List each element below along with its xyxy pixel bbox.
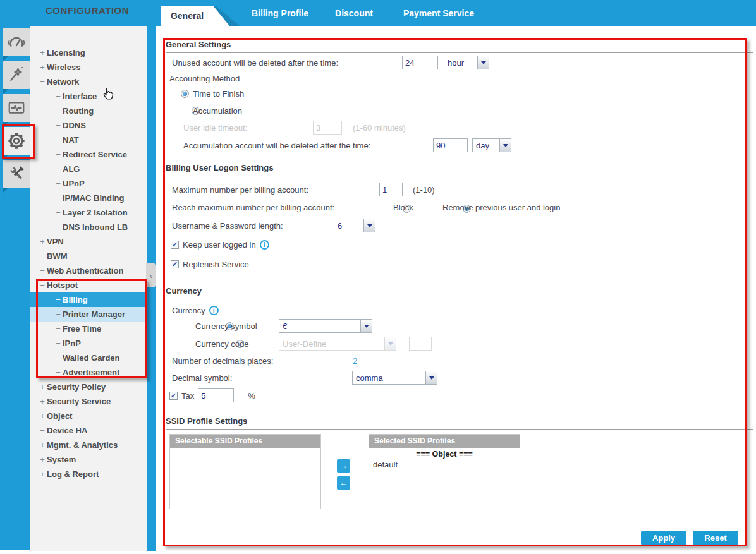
tree-toggle-icon[interactable]: − xyxy=(38,77,47,87)
sidebar-item[interactable]: − Layer 2 Isolation xyxy=(30,205,147,220)
tree-toggle-icon[interactable]: + xyxy=(38,63,47,72)
info-icon[interactable]: i xyxy=(209,306,219,315)
sidebar-item[interactable]: − Free Time xyxy=(30,322,147,336)
sidebar-item[interactable]: + Wireless xyxy=(30,60,147,75)
sidebar-item[interactable]: + Security Policy xyxy=(30,380,147,394)
sidebar-item[interactable]: + Log & Report xyxy=(30,467,147,481)
tree-toggle-icon[interactable]: + xyxy=(38,48,47,57)
replenish-checkbox[interactable]: ✓ xyxy=(171,260,179,268)
unused-unit-select[interactable]: hour xyxy=(444,56,489,69)
tab-discount[interactable]: Discount xyxy=(329,0,379,26)
time-to-finish-radio[interactable] xyxy=(181,90,189,98)
sidebar-item[interactable]: + System xyxy=(30,452,147,467)
sidebar-collapse-handle[interactable]: ‹ xyxy=(146,263,156,287)
tree-toggle-icon[interactable]: + xyxy=(38,397,47,406)
tree-toggle-icon[interactable]: − xyxy=(54,353,63,363)
sidebar-item[interactable]: − Billing xyxy=(30,292,147,307)
tree-toggle-icon[interactable]: − xyxy=(54,310,63,319)
sidebar-item[interactable]: + Security Service xyxy=(30,394,147,409)
sidebar-item[interactable]: − Hotspot xyxy=(30,278,147,292)
sidebar-item[interactable]: − IP/MAC Binding xyxy=(30,191,147,205)
sidebar-item[interactable]: − Redirect Service xyxy=(30,147,147,162)
remove-previous-label: Remove previous user and login xyxy=(442,203,560,212)
apply-button[interactable]: Apply xyxy=(641,531,686,545)
sidebar-item[interactable]: − DNS Inbound LB xyxy=(30,220,147,234)
sidebar-item-label: VPN xyxy=(47,237,64,246)
move-left-button[interactable]: ← xyxy=(337,476,350,490)
tree-toggle-icon[interactable]: − xyxy=(38,251,47,261)
tree-toggle-icon[interactable]: − xyxy=(54,121,63,130)
tree-toggle-icon[interactable]: − xyxy=(38,266,47,275)
sidebar-item[interactable]: + Mgmt. & Analytics xyxy=(30,438,147,452)
tree-toggle-icon[interactable]: − xyxy=(54,324,63,334)
tree-toggle-icon[interactable]: − xyxy=(54,150,63,159)
chevron-down-icon[interactable] xyxy=(477,56,489,69)
tree-toggle-icon[interactable]: + xyxy=(38,455,47,464)
tree-toggle-icon[interactable]: + xyxy=(38,237,47,246)
nav-dashboard-button[interactable] xyxy=(3,28,30,56)
sidebar-item[interactable]: + Object xyxy=(30,409,147,423)
sidebar-item[interactable]: − Device HA xyxy=(30,423,147,438)
sidebar-item[interactable]: − Interface xyxy=(30,89,147,104)
tree-toggle-icon[interactable]: − xyxy=(54,295,63,304)
tree-toggle-icon[interactable]: − xyxy=(54,179,63,188)
accumulation-label: Accumulation xyxy=(193,106,242,116)
move-right-button[interactable]: → xyxy=(337,459,350,473)
sidebar-item[interactable]: − NAT xyxy=(30,133,147,147)
sidebar-item[interactable]: − DDNS xyxy=(30,118,147,133)
chevron-down-icon[interactable] xyxy=(360,320,372,332)
sidebar-item[interactable]: − Walled Garden xyxy=(30,351,147,365)
sidebar-item[interactable]: − Web Authentication xyxy=(30,263,147,278)
tree-toggle-icon[interactable]: + xyxy=(38,469,47,479)
unused-account-input[interactable] xyxy=(402,56,438,69)
sidebar-item[interactable]: − Network xyxy=(30,75,147,89)
tree-toggle-icon[interactable]: + xyxy=(38,411,47,421)
currency-symbol-select[interactable]: € xyxy=(279,319,372,333)
ssid-list-item[interactable]: default xyxy=(369,459,520,469)
selectable-ssid-listbox[interactable]: Selectable SSID Profiles xyxy=(169,434,321,509)
tree-toggle-icon[interactable]: − xyxy=(54,106,63,116)
keep-logged-in-checkbox[interactable]: ✓ xyxy=(171,241,179,249)
tree-toggle-icon[interactable]: − xyxy=(54,222,63,232)
chevron-down-icon[interactable] xyxy=(499,139,511,152)
tree-toggle-icon[interactable]: − xyxy=(38,280,47,290)
tree-toggle-icon[interactable]: + xyxy=(38,440,47,450)
tree-toggle-icon[interactable]: − xyxy=(54,92,63,101)
max-number-input[interactable] xyxy=(379,183,403,196)
nav-monitor-button[interactable] xyxy=(3,94,30,122)
chevron-down-icon[interactable] xyxy=(363,219,375,232)
decimal-symbol-select[interactable]: comma xyxy=(352,371,437,385)
sidebar-item[interactable]: − UPnP xyxy=(30,176,147,191)
tax-input[interactable] xyxy=(198,388,234,402)
sidebar-item-label: Routing xyxy=(63,106,94,116)
sidebar-item[interactable]: + VPN xyxy=(30,234,147,249)
selected-ssid-listbox[interactable]: Selected SSID Profiles === Object === de… xyxy=(369,434,520,509)
tree-toggle-icon[interactable]: − xyxy=(54,164,63,174)
accumulation-unit-select[interactable]: day xyxy=(472,138,511,152)
accumulation-delete-input[interactable] xyxy=(433,138,468,152)
sidebar-item[interactable]: − Advertisement xyxy=(30,365,147,380)
sidebar-item[interactable]: − Printer Manager xyxy=(30,307,147,322)
tree-toggle-icon[interactable]: − xyxy=(54,208,63,217)
reset-button[interactable]: Reset xyxy=(693,531,738,545)
tree-toggle-icon[interactable]: − xyxy=(54,368,63,377)
sidebar-item[interactable]: + Licensing xyxy=(30,45,147,60)
tree-toggle-icon[interactable]: + xyxy=(38,382,47,392)
nav-maintenance-button[interactable] xyxy=(3,160,30,188)
nav-configuration-button[interactable] xyxy=(3,127,30,155)
tax-checkbox[interactable]: ✓ xyxy=(169,392,178,400)
sidebar-item[interactable]: − Routing xyxy=(30,104,147,118)
tab-billing-profile[interactable]: Billing Profile xyxy=(242,0,318,26)
tab-payment-service[interactable]: Payment Service xyxy=(394,0,483,26)
sidebar-item[interactable]: − IPnP xyxy=(30,336,147,351)
nav-quick-setup-button[interactable] xyxy=(3,61,30,89)
tree-toggle-icon[interactable]: − xyxy=(54,193,63,203)
tree-toggle-icon[interactable]: − xyxy=(38,426,47,435)
tree-toggle-icon[interactable]: − xyxy=(54,135,63,145)
username-length-select[interactable]: 6 xyxy=(334,219,375,232)
tree-toggle-icon[interactable]: − xyxy=(54,339,63,348)
chevron-down-icon[interactable] xyxy=(425,371,437,384)
info-icon[interactable]: i xyxy=(260,240,269,250)
sidebar-item[interactable]: − BWM xyxy=(30,249,147,263)
sidebar-item[interactable]: − ALG xyxy=(30,162,147,176)
